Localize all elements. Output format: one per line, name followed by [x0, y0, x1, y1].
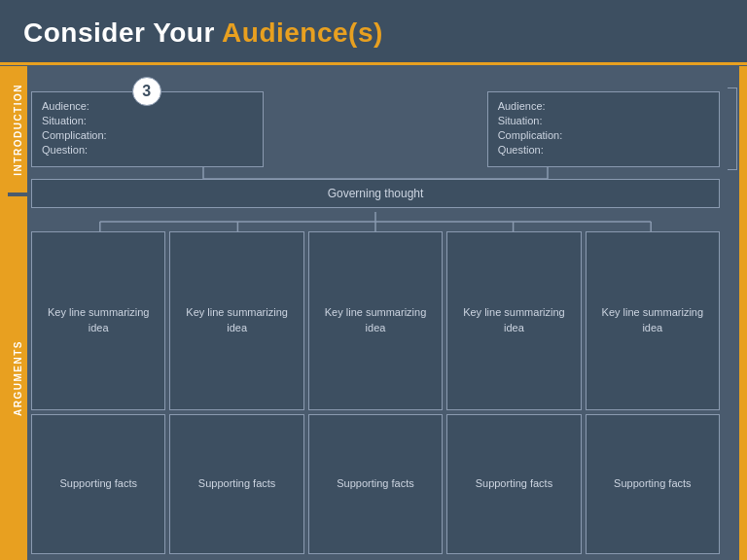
title: Consider Your Audience(s)	[23, 18, 383, 49]
aud-line-2: Situation:	[42, 115, 253, 126]
governing-thought-text: Governing thought	[328, 187, 424, 200]
aud-right-line-3: Complication:	[498, 129, 709, 141]
args-label-wrap: Arguments	[8, 196, 27, 560]
title-highlight: Audience(s)	[222, 18, 383, 48]
key-line-1: Key line summarizing idea	[31, 231, 165, 410]
supporting-facts-4: Supporting facts	[446, 414, 581, 554]
key-line-5: Key line summarizing idea	[586, 231, 720, 410]
arg-col-3: Key line summarizing idea Supporting fac…	[308, 231, 443, 554]
arg-col-2: Key line summarizing idea Supporting fac…	[169, 231, 303, 554]
supporting-facts-2: Supporting facts	[169, 414, 303, 554]
intro-label-wrap: Introduction	[8, 66, 27, 192]
layout-wrapper: Introduction Arguments 3 Audience: Situa…	[8, 66, 739, 560]
right-accent-bar	[739, 66, 747, 560]
aud-right-line-4: Question:	[498, 144, 709, 156]
governing-thought-box: Governing thought	[31, 179, 720, 208]
intro-connector-svg	[31, 167, 720, 179]
arg-col-5: Key line summarizing idea Supporting fac…	[586, 231, 720, 554]
tree-connector-svg	[31, 212, 720, 231]
tree-connector	[31, 212, 720, 231]
right-bracket	[726, 66, 739, 560]
intro-section: 3 Audience: Situation: Complication: Que…	[31, 74, 720, 208]
supporting-facts-1: Supporting facts	[31, 414, 165, 554]
audience-mid-spacer	[269, 91, 480, 167]
key-line-2: Key line summarizing idea	[169, 231, 303, 410]
bracket-shape	[728, 88, 737, 170]
arg-col-1: Key line summarizing idea Supporting fac…	[31, 231, 165, 554]
main-area: 3 Audience: Situation: Complication: Que…	[27, 66, 726, 560]
args-label: Arguments	[13, 340, 23, 416]
args-row: Key line summarizing idea Supporting fac…	[31, 231, 720, 554]
aud-right-line-2: Situation:	[498, 115, 709, 126]
audience-row: 3 Audience: Situation: Complication: Que…	[31, 91, 720, 167]
title-bar: Consider Your Audience(s)	[0, 0, 747, 65]
v-connector	[31, 167, 720, 179]
aud-right-line-1: Audience:	[498, 100, 709, 112]
arg-col-4: Key line summarizing idea Supporting fac…	[446, 231, 581, 554]
title-prefix: Consider Your	[23, 18, 222, 48]
number-badge: 3	[132, 77, 161, 106]
supporting-facts-3: Supporting facts	[308, 414, 443, 554]
key-line-4: Key line summarizing idea	[446, 231, 581, 410]
intro-label: Introduction	[13, 84, 23, 176]
key-line-3: Key line summarizing idea	[308, 231, 443, 410]
aud-line-4: Question:	[42, 144, 253, 156]
audience-box-right: Audience: Situation: Complication: Quest…	[487, 91, 720, 167]
supporting-facts-5: Supporting facts	[586, 414, 720, 554]
left-accent-bar	[0, 66, 8, 560]
slide: Consider Your Audience(s) Introduction A…	[0, 0, 747, 560]
audience-box-left: 3 Audience: Situation: Complication: Que…	[31, 91, 264, 167]
side-labels-col: Introduction Arguments	[8, 66, 27, 560]
aud-line-3: Complication:	[42, 129, 253, 141]
